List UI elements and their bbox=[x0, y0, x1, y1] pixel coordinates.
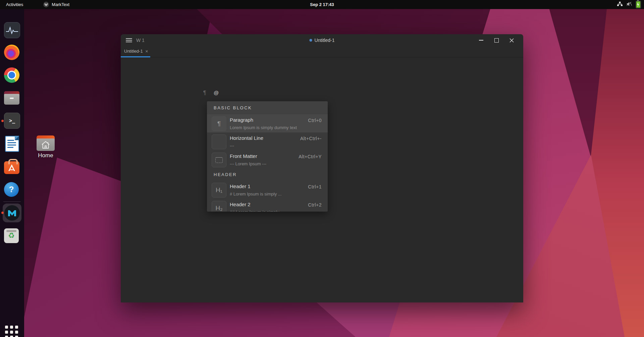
paragraph-marker: ¶ bbox=[203, 90, 206, 96]
item-shortcut: Ctrl+2 bbox=[308, 202, 322, 208]
horizontal-line-icon bbox=[212, 134, 226, 149]
terminal-running-indicator bbox=[1, 120, 4, 122]
desktop-home-folder[interactable]: Home bbox=[34, 135, 58, 159]
window-title: Untitled-1 bbox=[310, 34, 335, 46]
dock-item-system-monitor[interactable] bbox=[4, 22, 20, 38]
front-matter-icon bbox=[212, 153, 226, 167]
dock-item-terminal[interactable]: >_ bbox=[4, 113, 20, 129]
terminal-icon: >_ bbox=[4, 113, 20, 129]
item-shortcut: Alt+Ctrl+- bbox=[300, 136, 322, 141]
popup-item-paragraph[interactable]: ¶ Paragraph Ctrl+0 Lorem Ipsum is simply… bbox=[207, 114, 328, 132]
item-shortcut: Ctrl+1 bbox=[308, 184, 322, 189]
battery-icon bbox=[636, 1, 641, 8]
item-title: Paragraph bbox=[230, 117, 253, 123]
unsaved-dot-icon bbox=[310, 39, 312, 42]
popup-item-header-1[interactable]: H₁ Header 1 Ctrl+1 # Lorem Ipsum is simp… bbox=[207, 181, 328, 199]
libreoffice-writer-icon bbox=[5, 136, 19, 152]
firefox-icon bbox=[4, 45, 19, 60]
popup-item-header-2[interactable]: H₂ Header 2 Ctrl+2 ## Lorem Ipsum is sim… bbox=[207, 199, 328, 212]
close-button[interactable] bbox=[507, 37, 516, 44]
section-label-basic-block: BASIC BLOCK bbox=[207, 101, 328, 114]
word-count-label: W 1 bbox=[136, 34, 145, 46]
item-title: Header 1 bbox=[230, 183, 251, 189]
recycle-glyph: ♻ bbox=[8, 231, 15, 240]
dock-item-ubuntu-software[interactable] bbox=[4, 159, 20, 175]
show-applications-button[interactable] bbox=[5, 326, 19, 337]
window-title-text: Untitled-1 bbox=[315, 34, 335, 46]
item-desc: Lorem Ipsum is simply dummy text bbox=[230, 125, 297, 130]
tab-label: Untitled-1 bbox=[124, 46, 143, 56]
popup-item-horizontal-line[interactable]: Horizontal Line Alt+Ctrl+- --- bbox=[207, 132, 328, 151]
dock: >_ ? bbox=[0, 9, 24, 337]
activities-button[interactable]: Activities bbox=[0, 0, 29, 9]
system-tray[interactable] bbox=[617, 0, 641, 9]
appmenu-marktext[interactable]: MarkText bbox=[43, 2, 69, 7]
item-shortcut: Alt+Ctrl+Y bbox=[299, 154, 322, 159]
marktext-window: W 1 Untitled-1 Untitled-1 ✕ ¶ @ BASI bbox=[121, 34, 523, 302]
dock-item-help[interactable]: ? bbox=[4, 182, 20, 198]
clock[interactable]: Sep 2 17:43 bbox=[310, 2, 334, 7]
tab-bar: Untitled-1 ✕ bbox=[121, 46, 523, 57]
header-1-icon: H₁ bbox=[212, 183, 226, 198]
dock-item-trash[interactable]: ♻ bbox=[4, 228, 20, 244]
dock-item-marktext[interactable] bbox=[3, 204, 21, 222]
popup-item-front-matter[interactable]: Front Matter Alt+Ctrl+Y --- Lorem Ipsum … bbox=[207, 151, 328, 169]
item-desc: ## Lorem Ipsum is simply bbox=[230, 210, 279, 212]
item-desc: --- Lorem Ipsum --- bbox=[230, 161, 266, 166]
help-icon: ? bbox=[4, 182, 19, 197]
ubuntu-software-icon bbox=[4, 161, 19, 174]
maximize-button[interactable] bbox=[492, 37, 500, 44]
network-icon bbox=[617, 1, 623, 8]
paragraph-icon: ¶ bbox=[212, 116, 226, 131]
desktop-screen: Activities MarkText Sep 2 17:43 bbox=[0, 0, 644, 337]
minimize-button[interactable] bbox=[477, 37, 485, 44]
tab-untitled-1[interactable]: Untitled-1 ✕ bbox=[121, 46, 150, 57]
volume-muted-icon bbox=[626, 1, 633, 8]
menu-hamburger-icon[interactable] bbox=[126, 38, 132, 43]
header-2-icon: H₂ bbox=[212, 201, 226, 212]
item-title: Front Matter bbox=[230, 153, 257, 159]
dock-item-chrome[interactable] bbox=[4, 67, 20, 83]
top-bar: Activities MarkText Sep 2 17:43 bbox=[0, 0, 644, 9]
dock-separator bbox=[3, 202, 21, 202]
item-desc: # Lorem Ipsum is simply ... bbox=[230, 191, 282, 196]
home-folder-label: Home bbox=[34, 152, 58, 159]
tab-close-icon[interactable]: ✕ bbox=[145, 46, 148, 56]
appmenu-label: MarkText bbox=[52, 2, 69, 7]
window-titlebar[interactable]: W 1 Untitled-1 bbox=[121, 34, 523, 46]
dock-item-libreoffice-writer[interactable] bbox=[4, 136, 20, 152]
item-desc: --- bbox=[230, 143, 234, 148]
item-title: Horizontal Line bbox=[230, 135, 263, 141]
editor-area[interactable]: ¶ @ BASIC BLOCK ¶ Paragraph Ctrl+0 Lorem… bbox=[121, 57, 523, 302]
files-icon bbox=[4, 91, 19, 105]
marktext-icon bbox=[4, 205, 20, 221]
dock-item-firefox[interactable] bbox=[4, 45, 20, 61]
quick-insert-popup: BASIC BLOCK ¶ Paragraph Ctrl+0 Lorem Ips… bbox=[207, 101, 328, 212]
marktext-running-indicator bbox=[1, 212, 4, 214]
home-folder-icon bbox=[37, 135, 55, 151]
item-title: Header 2 bbox=[230, 202, 251, 207]
marktext-appmenu-icon bbox=[43, 2, 49, 7]
dock-item-files[interactable] bbox=[4, 90, 20, 106]
system-monitor-icon bbox=[4, 22, 20, 38]
section-label-header: HEADER bbox=[207, 169, 328, 181]
chrome-icon bbox=[4, 67, 19, 83]
item-shortcut: Ctrl+0 bbox=[308, 118, 322, 123]
trash-icon: ♻ bbox=[4, 228, 19, 243]
typed-text: @ bbox=[214, 90, 219, 96]
